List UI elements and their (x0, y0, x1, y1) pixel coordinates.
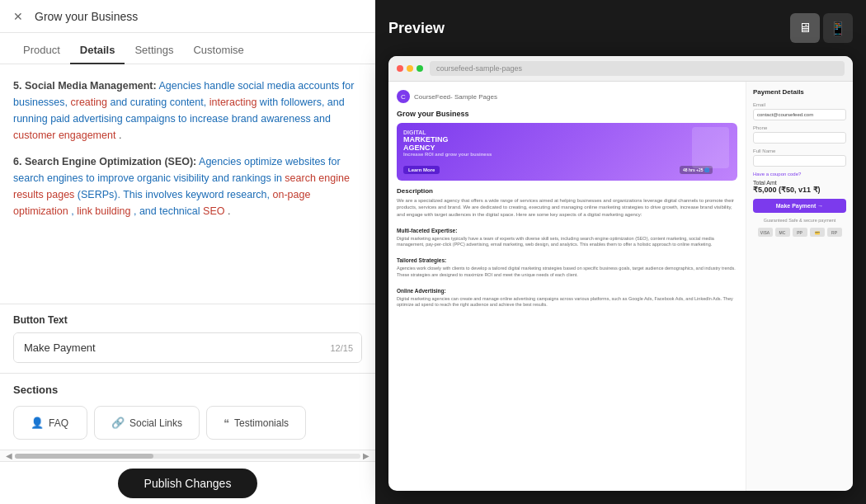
scroll-right-arrow[interactable]: ▶ (360, 451, 372, 460)
char-count: 12/15 (330, 343, 353, 353)
hero-line1: DIGITAL (403, 130, 492, 135)
pay-button: Make Payment → (753, 199, 846, 213)
paragraph6-number: 6. (13, 156, 25, 167)
page-brand: CourseFeed- Sample Pages (414, 93, 497, 101)
social-links-icon: 🔗 (111, 417, 125, 429)
paragraph5-number: 5. (13, 80, 25, 92)
content-text: 5. Social Media Management: Agencies han… (13, 78, 362, 219)
traffic-light-green (417, 65, 423, 72)
feature-text-2: Digital marketing agencies can create an… (397, 296, 737, 308)
hero-cta: Learn More (403, 166, 440, 174)
device-toggles: 🖥 📱 (790, 13, 853, 43)
scroll-left-arrow[interactable]: ◀ (3, 451, 15, 460)
hero-illustration (692, 127, 729, 168)
address-bar: coursefeed-sample-pages (430, 61, 845, 76)
tab-customise[interactable]: Customise (183, 37, 253, 64)
page-hero-title: Grow your Business (397, 110, 737, 118)
button-text-input[interactable] (14, 333, 361, 362)
section-card-faq[interactable]: 👤 FAQ (13, 406, 87, 440)
feature-title-1: Tailored Strategies: (397, 257, 446, 263)
page-left: C CourseFeed- Sample Pages Grow your Bus… (388, 82, 746, 491)
rupay-icon: RP (827, 228, 842, 237)
editor-content: 5. Social Media Management: Agencies han… (0, 64, 375, 304)
button-text-input-wrapper: 12/15 (13, 332, 362, 363)
tab-details[interactable]: Details (70, 37, 125, 64)
paypal-icon: PP (793, 228, 807, 237)
paragraph6-text6: link building (77, 205, 130, 217)
sections-area: Sections 👤 FAQ 🔗 Social Links ❝ Testimon… (0, 373, 375, 450)
page-hero-image: DIGITAL MARKETINGAGENCY Increase ROI and… (397, 123, 737, 181)
description-section: Description We are a specialized agency … (397, 187, 737, 308)
phone-input (753, 132, 846, 144)
pay-button-label: Make Payment → (776, 203, 824, 209)
section-testimonials-label: Testimonials (234, 417, 289, 429)
hero-line3: Increase ROI and grow your business (403, 152, 492, 157)
page-logo-icon: C (397, 90, 410, 103)
paragraph6-text9: . (228, 205, 230, 217)
button-text-section: Button Text 12/15 (0, 304, 375, 373)
paragraph5-text7: . (119, 130, 121, 141)
fullname-field: Full Name (753, 148, 846, 167)
section-social-links-label: Social Links (129, 417, 182, 429)
publish-changes-button[interactable]: Publish Changes (118, 469, 258, 498)
guaranteed-text: Guaranteed Safe & secure payment (753, 218, 846, 223)
feature-title-0: Multi-faceted Expertise: (397, 228, 457, 233)
visa-icon: VISA (758, 228, 773, 237)
desc-title: Description (397, 187, 737, 195)
feature-item-1: Tailored Strategies: Agencies work close… (397, 251, 737, 277)
feature-item-2: Online Advertising: Digital marketing ag… (397, 281, 737, 308)
mobile-view-button[interactable]: 📱 (823, 13, 853, 43)
paragraph5-title: Social Media Management: (25, 80, 157, 92)
desc-text: We are a specialized agency that offers … (397, 197, 737, 218)
fullname-label: Full Name (753, 148, 846, 153)
traffic-light-red (397, 65, 403, 72)
page-logo-area: C CourseFeed- Sample Pages (397, 90, 737, 103)
traffic-lights (397, 65, 423, 72)
total-amount: ₹5,000 (₹50, v11 ₹) (753, 186, 846, 194)
sections-title: Sections (13, 384, 362, 396)
email-label: Email (753, 102, 846, 107)
testimonials-icon: ❝ (224, 417, 229, 429)
phone-field: Phone (753, 125, 846, 144)
right-panel: Preview 🖥 📱 coursefeed-sample-pages (375, 0, 866, 504)
payment-icons: VISA MC PP 💳 RP (753, 228, 846, 237)
paragraph6-text7: , and technical (134, 205, 203, 217)
section-card-social-links[interactable]: 🔗 Social Links (94, 406, 200, 440)
feature-item-0: Multi-faceted Expertise: Digital marketi… (397, 221, 737, 247)
total-label: Total Amt (753, 180, 846, 186)
paragraph5-text3: and curating content, (110, 97, 209, 108)
horizontal-scrollbar: ◀ ▶ (0, 450, 375, 461)
feature-title-2: Online Advertising: (397, 288, 446, 294)
traffic-light-yellow (407, 65, 413, 72)
paragraph5-text6: customer engagement (13, 130, 115, 141)
desktop-view-button[interactable]: 🖥 (790, 13, 820, 43)
payment-title: Payment Details (753, 88, 846, 96)
preview-header: Preview 🖥 📱 (388, 13, 853, 43)
publish-bar: Publish Changes (0, 461, 375, 504)
paragraph6-title: Search Engine Optimization (SEO): (25, 156, 196, 167)
total-area: Total Amt ₹5,000 (₹50, v11 ₹) (753, 180, 846, 194)
button-text-label: Button Text (13, 314, 362, 326)
mc-icon: MC (775, 228, 790, 237)
paragraph5-text4: interacting (209, 97, 257, 108)
paragraph5-text2: creating (70, 97, 106, 108)
left-panel: ✕ Grow your Business Product Details Set… (0, 0, 375, 504)
close-button[interactable]: ✕ (10, 8, 26, 25)
section-card-testimonials[interactable]: ❝ Testimonials (206, 406, 306, 440)
tab-settings[interactable]: Settings (125, 37, 183, 64)
h-scroll-track (15, 454, 360, 459)
browser-content: C CourseFeed- Sample Pages Grow your Bus… (388, 82, 853, 491)
tab-product[interactable]: Product (13, 37, 70, 64)
app-title: Grow your Business (35, 10, 138, 23)
browser-toolbar: coursefeed-sample-pages (388, 56, 853, 82)
logo-symbol: C (401, 93, 406, 101)
sections-grid: 👤 FAQ 🔗 Social Links ❝ Testimonials (13, 406, 362, 440)
fullname-input (753, 155, 846, 167)
desktop-icon: 🖥 (798, 21, 812, 35)
payment-sidebar: Payment Details Email contact@coursefeed… (746, 82, 853, 491)
h-scroll-thumb (15, 454, 153, 459)
section-faq-label: FAQ (49, 417, 68, 429)
hero-overlay-text: DIGITAL MARKETINGAGENCY Increase ROI and… (403, 130, 492, 157)
address-text: coursefeed-sample-pages (436, 64, 522, 73)
email-field: Email contact@coursefeed.com (753, 102, 846, 120)
